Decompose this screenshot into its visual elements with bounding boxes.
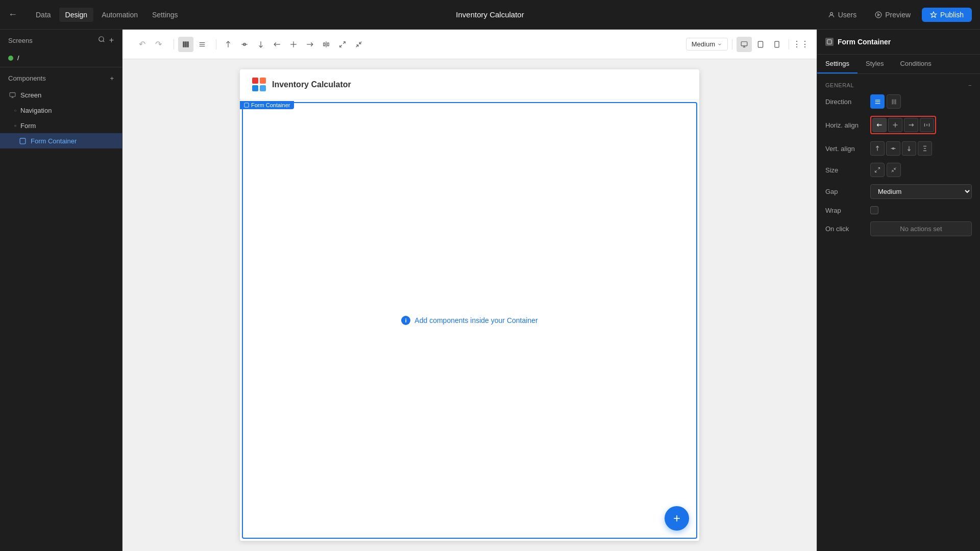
publish-button[interactable]: Publish <box>922 8 972 22</box>
align-group <box>220 37 366 52</box>
layout-columns-button[interactable] <box>178 37 193 52</box>
components-label: Components <box>8 74 46 82</box>
component-item-screen[interactable]: Screen <box>0 87 122 103</box>
size-expand-button[interactable] <box>887 163 901 177</box>
gap-select[interactable]: None Small Medium Large <box>870 184 972 199</box>
svg-rect-33 <box>741 41 747 45</box>
vert-align-middle-button[interactable] <box>886 141 900 156</box>
size-value <box>870 163 972 177</box>
svg-rect-14 <box>187 41 189 47</box>
direction-horizontal-button[interactable] <box>870 94 885 109</box>
align-middle-button[interactable] <box>237 37 252 52</box>
component-item-navigation[interactable]: Navigation <box>0 103 122 118</box>
svg-marker-2 <box>878 13 880 16</box>
form-container-comp-icon <box>18 137 27 145</box>
right-panel-header: Form Container <box>817 30 980 55</box>
svg-rect-38 <box>775 41 779 47</box>
size-shrink-button[interactable] <box>870 163 885 177</box>
on-click-value: No actions set <box>870 221 972 236</box>
direction-row: Direction <box>825 94 972 109</box>
preview-button[interactable]: Preview <box>868 8 918 22</box>
main-area: Screens + / Components + Screen <box>0 30 980 551</box>
align-bottom-button[interactable] <box>253 37 268 52</box>
horiz-align-center-button[interactable] <box>888 118 902 132</box>
frame-title: Inventory Calculator <box>272 80 351 89</box>
logo-sq-blue <box>252 85 258 91</box>
svg-rect-36 <box>758 41 763 47</box>
component-form-label: Form <box>20 122 36 130</box>
form-container-box[interactable]: i Add components inside your Container <box>242 102 697 539</box>
svg-line-63 <box>875 170 877 172</box>
no-actions-button[interactable]: No actions set <box>870 221 972 236</box>
toolbar-sep-1 <box>174 39 174 49</box>
screens-section-header: Screens + <box>0 30 122 51</box>
collapse-button[interactable] <box>351 37 366 52</box>
vert-align-space-button[interactable] <box>918 141 932 156</box>
tab-design[interactable]: Design <box>59 8 94 22</box>
more-options-button[interactable]: ⋮⋮ <box>793 37 808 52</box>
horiz-align-buttons <box>870 116 936 134</box>
vert-align-top-button[interactable] <box>870 141 885 156</box>
tab-settings[interactable]: Settings <box>817 55 857 73</box>
right-panel: Form Container Settings Styles Condition… <box>817 30 980 551</box>
size-buttons <box>870 163 901 177</box>
add-component-button[interactable]: + <box>110 74 114 82</box>
preview-label: Preview <box>885 11 911 19</box>
medium-select[interactable]: Medium <box>686 38 728 51</box>
vert-align-bottom-button[interactable] <box>902 141 916 156</box>
align-right-button[interactable] <box>302 37 317 52</box>
users-button[interactable]: Users <box>821 8 864 22</box>
panel-tabs: Settings Styles Conditions <box>817 55 980 74</box>
gap-value: None Small Medium Large <box>870 184 972 199</box>
horiz-align-left-button[interactable] <box>872 118 887 132</box>
align-left-button[interactable] <box>270 37 285 52</box>
fab-add-button[interactable]: + <box>665 506 689 531</box>
on-click-row: On click No actions set <box>825 221 972 236</box>
redo-button[interactable]: ↷ <box>151 37 165 52</box>
svg-line-65 <box>894 168 896 170</box>
component-item-form[interactable]: Form <box>0 118 122 133</box>
tab-conditions[interactable]: Conditions <box>892 55 939 73</box>
direction-label: Direction <box>825 98 866 106</box>
back-button[interactable]: ← <box>8 9 17 20</box>
svg-rect-13 <box>185 41 187 47</box>
layout-list-button[interactable] <box>194 37 210 52</box>
vert-align-label: Vert. align <box>825 145 866 153</box>
expand-button[interactable] <box>335 37 350 52</box>
app-title: Inventory Calculator <box>456 10 524 19</box>
vert-align-buttons <box>870 141 932 156</box>
canvas-toolbar: ↶ ↷ <box>122 30 817 59</box>
align-h-distribute-button[interactable] <box>318 37 334 52</box>
divider-1 <box>0 67 122 67</box>
device-desktop-button[interactable] <box>737 37 752 52</box>
device-mobile-button[interactable] <box>769 37 785 52</box>
wrap-label: Wrap <box>825 207 866 214</box>
svg-rect-40 <box>244 103 249 107</box>
component-item-form-container[interactable]: Form Container <box>0 133 122 148</box>
size-label: Size <box>825 166 866 174</box>
horiz-align-right-button[interactable] <box>904 118 918 132</box>
horiz-align-label: Horiz. align <box>825 121 866 129</box>
screen-item-root[interactable]: / <box>0 51 122 65</box>
left-sidebar: Screens + / Components + Screen <box>0 30 122 551</box>
undo-button[interactable]: ↶ <box>135 37 149 52</box>
add-screen-button[interactable]: + <box>109 36 114 45</box>
search-icon[interactable] <box>98 36 105 45</box>
size-row: Size <box>825 163 972 177</box>
collapse-icon[interactable]: − <box>968 82 972 88</box>
device-tablet-button[interactable] <box>753 37 768 52</box>
direction-vertical-button[interactable] <box>887 94 901 109</box>
toolbar-sep-4 <box>789 39 789 49</box>
align-top-button[interactable] <box>220 37 236 52</box>
nav-comp-icon <box>8 106 16 114</box>
svg-rect-28 <box>327 43 329 46</box>
add-components-hint[interactable]: i Add components inside your Container <box>401 316 537 325</box>
horiz-align-space-button[interactable] <box>920 118 934 132</box>
tab-data[interactable]: Data <box>30 8 57 22</box>
align-center-button[interactable] <box>286 37 301 52</box>
layout-group <box>178 37 210 52</box>
on-click-label: On click <box>825 225 866 233</box>
wrap-checkbox[interactable] <box>870 206 878 214</box>
tab-styles[interactable]: Styles <box>857 55 892 73</box>
logo-squares <box>252 78 266 91</box>
